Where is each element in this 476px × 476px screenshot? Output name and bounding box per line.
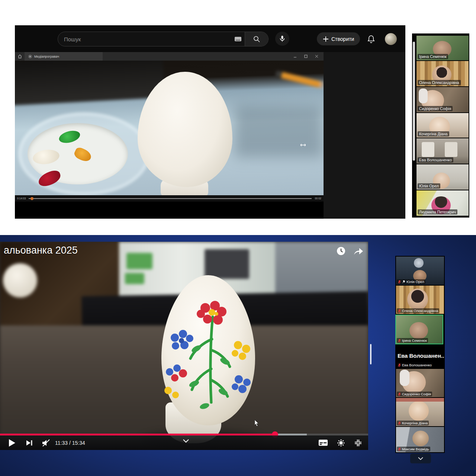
page-scrollbar[interactable] bbox=[370, 344, 372, 364]
watch-later-button[interactable] bbox=[336, 246, 346, 256]
media-player-tabbar: Медіапрогравач bbox=[15, 52, 324, 61]
tab-title: Медіапрогравач bbox=[34, 55, 59, 58]
participant-tile[interactable]: Олена Олександрівна bbox=[416, 61, 469, 86]
participants-scrollbar[interactable] bbox=[413, 42, 415, 161]
headphones bbox=[400, 370, 409, 386]
create-button[interactable]: Створити bbox=[317, 32, 360, 45]
participant-tile[interactable]: Максим Ведмідь bbox=[396, 427, 444, 452]
media-player-progress-row: 0:14:03 00:02 bbox=[15, 195, 324, 202]
participant-name-label: Кочергіна Діана bbox=[418, 131, 449, 136]
create-button-label: Створити bbox=[331, 36, 354, 42]
settings-icon[interactable] bbox=[337, 439, 345, 447]
video-player-top[interactable]: Медіапрогравач bbox=[15, 52, 405, 219]
player-right-controls bbox=[318, 439, 368, 447]
participant-name-label: Ева Волошаненко bbox=[397, 363, 433, 367]
participant-face bbox=[412, 431, 429, 446]
participant-name-label: Ева Волошаненко bbox=[418, 157, 453, 163]
pencil bbox=[275, 71, 324, 89]
collapse-participants-button[interactable] bbox=[410, 454, 431, 463]
video-title[interactable]: альованка 2025 bbox=[4, 245, 78, 256]
participant-tile[interactable]: Ева Волошаненко bbox=[416, 138, 469, 164]
chevron-down-icon bbox=[418, 457, 423, 460]
participant-tile[interactable]: Юлія Орел bbox=[396, 257, 444, 285]
youtube-header: Створити bbox=[15, 25, 405, 52]
pin-icon bbox=[402, 280, 405, 283]
tab-media-player[interactable]: Медіапрогравач bbox=[25, 52, 103, 61]
search-input[interactable] bbox=[58, 36, 231, 42]
ceiling-light bbox=[414, 258, 424, 268]
participant-tile[interactable]: Ірина Семенюк bbox=[416, 36, 469, 60]
screen-content-blob bbox=[126, 253, 152, 269]
media-player-progress-track[interactable] bbox=[29, 198, 312, 199]
participant-tile[interactable]: Кочергіна Діана bbox=[396, 398, 444, 426]
muted-volume-icon[interactable] bbox=[42, 439, 51, 447]
participant-name-label: Сидоренко Софія bbox=[397, 392, 432, 396]
time-total: 00:02 bbox=[315, 197, 324, 200]
keyboard-icon[interactable] bbox=[231, 32, 245, 46]
player-top-actions bbox=[336, 246, 364, 256]
window-light bbox=[445, 142, 457, 157]
record-icon bbox=[28, 55, 32, 58]
painted-egg bbox=[149, 272, 268, 428]
banner-strip bbox=[396, 398, 444, 402]
screen-content-blob bbox=[125, 273, 144, 284]
participant-name-label: Юлія Орел bbox=[397, 279, 425, 284]
participant-name-label: Юлія Орел bbox=[418, 183, 440, 189]
participant-face bbox=[409, 322, 428, 339]
search-bar[interactable] bbox=[58, 32, 268, 46]
muted-mic-icon bbox=[398, 309, 401, 313]
media-player-playhead[interactable] bbox=[30, 197, 33, 200]
participant-tile[interactable]: Сидоренко Софія bbox=[416, 87, 469, 112]
time-elapsed: 0:14:03 bbox=[15, 197, 26, 200]
subtitles-icon[interactable] bbox=[318, 439, 328, 446]
table-shadow bbox=[234, 105, 324, 157]
video-player-bottom[interactable]: альованка 2025 11:33 / 15:34 bbox=[0, 242, 368, 450]
play-icon[interactable] bbox=[8, 439, 16, 447]
next-video-icon[interactable] bbox=[26, 440, 33, 446]
video-scene-egg-palette bbox=[15, 61, 324, 195]
screenshot-root: Створити Медіапрогравач bbox=[0, 0, 476, 476]
participant-display-name: Ева Волошанен... bbox=[396, 353, 444, 359]
search-button[interactable] bbox=[245, 32, 268, 46]
participant-tile-active-speaker[interactable]: Ірина Семенюк bbox=[395, 315, 443, 344]
participant-name-label: Людмила Петегирич bbox=[418, 209, 457, 215]
participant-name-label: Сидоренко Софія bbox=[418, 106, 453, 111]
participant-tile[interactable]: Сидоренко Софія bbox=[396, 369, 444, 397]
exit-fullscreen-icon[interactable] bbox=[354, 439, 362, 447]
chevron-down-icon[interactable] bbox=[183, 439, 189, 443]
headphones bbox=[419, 89, 428, 103]
muted-mic-icon bbox=[398, 392, 401, 396]
participant-name-label: Ірина Семенюк bbox=[418, 54, 448, 59]
minimize-icon[interactable] bbox=[293, 55, 297, 58]
muted-mic-icon bbox=[398, 421, 401, 425]
participant-name-label: Максим Ведмідь bbox=[397, 447, 430, 451]
participant-face bbox=[407, 289, 428, 310]
voice-search-button[interactable] bbox=[275, 32, 289, 46]
participant-tile-camera-off[interactable]: Ева Волошанен... Ева Волошаненко bbox=[396, 344, 444, 368]
home-icon[interactable] bbox=[15, 54, 25, 58]
second-egg-left bbox=[3, 263, 37, 298]
participants-panel-top: Ірина Семенюк Олена Олександрівна Сидоре… bbox=[412, 33, 469, 218]
participant-tile[interactable]: Кочергіна Діана bbox=[416, 113, 469, 138]
participant-tile[interactable]: Олена Олександрівна bbox=[396, 286, 444, 314]
participant-name-label: Олена Олександрівна bbox=[397, 308, 439, 313]
mouse-cursor bbox=[300, 143, 306, 147]
close-icon[interactable] bbox=[315, 55, 318, 58]
avatar[interactable] bbox=[385, 33, 397, 45]
muted-mic-icon bbox=[398, 363, 401, 367]
participant-name-label: Олена Олександрівна bbox=[418, 80, 461, 85]
laptop-silhouette bbox=[15, 61, 165, 106]
share-button[interactable] bbox=[353, 247, 364, 255]
maximize-icon[interactable] bbox=[304, 55, 308, 58]
participant-name-label: Ірина Семенюк bbox=[397, 338, 428, 343]
plus-icon bbox=[323, 36, 329, 42]
window-light bbox=[422, 142, 434, 157]
muted-mic-icon bbox=[398, 339, 401, 342]
participant-name-label: Кочергіна Діана bbox=[397, 421, 429, 425]
participant-tile[interactable]: Юлія Орел bbox=[416, 164, 469, 190]
mouse-cursor bbox=[254, 419, 259, 426]
notifications-button[interactable] bbox=[366, 34, 376, 44]
participants-panel-bottom: Юлія Орел Олена Олександрівна Ірина Семе… bbox=[395, 256, 445, 453]
participant-tile[interactable]: Людмила Петегирич bbox=[416, 190, 469, 216]
recorded-media-player-window: Медіапрогравач bbox=[15, 52, 324, 219]
